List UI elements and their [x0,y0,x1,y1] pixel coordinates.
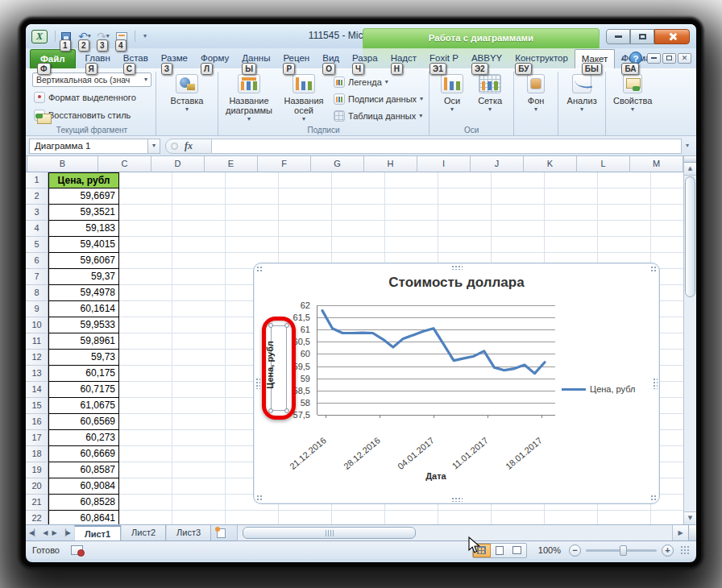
table-cell[interactable]: 60,8641 [48,511,119,524]
tab-конструктор[interactable]: КонструкторБУ [508,49,575,68]
chart-handle-ne[interactable] [650,266,657,272]
zoom-slider-handle[interactable] [620,545,627,556]
fx-icon[interactable]: fx [185,141,193,151]
row-header-8[interactable]: 8 [26,285,48,301]
sheet-tab-лист1[interactable]: Лист1 [74,525,121,540]
scroll-track[interactable] [416,525,672,540]
chart-handle-bottom[interactable] [451,497,463,502]
data-table-button[interactable]: Таблица данных ▾ [332,108,425,123]
row-header-15[interactable]: 15 [26,398,48,414]
tab-split-handle[interactable] [688,525,696,540]
tab-форму[interactable]: ФормуЛ [194,49,235,68]
column-header-E[interactable]: E [205,156,258,172]
row-header-17[interactable]: 17 [26,430,48,446]
table-cell[interactable]: 61,0675 [48,398,119,414]
row-header-6[interactable]: 6 [26,253,48,269]
redo-button[interactable]: ↷▾3 [95,29,111,43]
row-header-3[interactable]: 3 [26,205,48,221]
legend-button[interactable]: Легенда ▾ [332,74,425,89]
column-header-H[interactable]: H [364,156,417,172]
chart-handle-sw[interactable] [256,495,263,501]
tab-вид[interactable]: ВидО [316,49,346,68]
tab-рецен[interactable]: РеценР [276,49,316,68]
row-header-16[interactable]: 16 [26,414,48,430]
row-header-4[interactable]: 4 [26,221,48,237]
row-header-13[interactable]: 13 [26,366,48,382]
y-axis-title-selection[interactable]: Цена, рубл [262,317,296,420]
selection-handle[interactable] [268,408,273,413]
column-header-F[interactable]: F [258,156,311,172]
minimize-button[interactable] [606,29,630,44]
last-sheet-icon[interactable]: ▕▶ [61,530,71,536]
data-labels-button[interactable]: Подписи данных ▾ [332,91,425,106]
zoom-level[interactable]: 100% [538,545,561,555]
chart-handle-top[interactable] [451,265,463,270]
table-cell[interactable]: 60,8587 [48,462,119,478]
scroll-track[interactable] [684,298,696,511]
formula-input[interactable] [212,139,682,154]
background-button[interactable]: Фон ▾ [518,72,554,114]
table-cell[interactable]: 60,6569 [48,414,119,430]
row-header-5[interactable]: 5 [26,237,48,253]
row-header-18[interactable]: 18 [26,446,48,462]
horizontal-scroll-thumb[interactable] [243,527,416,539]
tab-надст[interactable]: НадстН [384,49,423,68]
next-sheet-icon[interactable]: ▶ [52,530,56,536]
table-cell[interactable]: 59,3521 [48,205,119,221]
column-header-G[interactable]: G [311,156,364,172]
name-box[interactable]: Диаграмма 1 [29,139,148,154]
tab-разме[interactable]: РазмеЗ [155,49,194,68]
tab-встав[interactable]: ВставС [117,49,155,68]
page-break-view-button[interactable] [508,544,526,557]
reset-style-button[interactable]: Восстановить стиль [32,107,151,122]
scroll-down-icon[interactable]: ▼ [684,511,696,524]
cell-b1-header[interactable]: Цена, рубл [48,172,119,188]
prev-sheet-icon[interactable]: ◀ [43,530,48,536]
tab-данны[interactable]: ДанныЫ [235,49,276,68]
column-header-C[interactable]: C [98,156,151,172]
y-axis-title[interactable]: Цена, рубл [262,323,278,407]
row-header-12[interactable]: 12 [26,350,48,366]
workbook-restore-button[interactable] [662,53,676,64]
column-header-J[interactable]: J [471,156,524,172]
selection-handle[interactable] [284,408,289,413]
scroll-right-icon[interactable]: ▶ [672,525,688,540]
column-header-M[interactable]: M [630,156,683,172]
column-header-B[interactable]: B [27,156,98,172]
workbook-minimize-button[interactable] [647,53,661,64]
properties-quick-button[interactable]: 4 [114,29,130,43]
table-cell[interactable]: 60,9084 [48,478,119,495]
column-header-K[interactable]: K [524,156,577,172]
insert-worksheet-button[interactable] [211,525,230,540]
row-header-14[interactable]: 14 [26,382,48,398]
table-cell[interactable]: 59,4015 [48,237,119,253]
tab-макет[interactable]: МакетБЫ [575,49,616,68]
chart-title-button[interactable]: Название диаграммы ▾ [222,72,276,124]
table-cell[interactable]: 60,1614 [48,301,119,317]
analysis-button[interactable]: Анализ ▾ [562,72,601,114]
table-cell[interactable]: 59,6067 [48,253,119,269]
tab-главн[interactable]: ГлавнЯ [79,49,117,68]
table-cell[interactable]: 59,6697 [48,188,119,205]
tab-abbyy[interactable]: ABBYYЭ2 [465,49,508,68]
undo-button[interactable]: ↶▾2 [77,29,93,43]
chart-object[interactable]: Стоимость доллара 6261,56160,56059,55958… [253,263,660,504]
row-header-7[interactable]: 7 [26,269,48,285]
row-header-21[interactable]: 21 [26,495,48,511]
row-header-22[interactable]: 22 [26,511,48,524]
axis-titles-button[interactable]: Названия осей ▾ [277,72,330,124]
tab-foxit p[interactable]: Foxit PЭ1 [423,49,465,68]
row-header-10[interactable]: 10 [26,317,48,333]
window-resize-grip[interactable] [680,545,690,555]
selection-handle[interactable] [284,323,289,328]
chart-handle-se[interactable] [650,495,657,501]
axes-button[interactable]: Оси ▾ [434,72,471,124]
expand-formula-bar-icon[interactable]: ▾ [682,143,693,149]
table-cell[interactable]: 59,183 [48,221,119,237]
row-header-11[interactable]: 11 [26,333,48,350]
row-header-9[interactable]: 9 [26,301,48,317]
scroll-up-icon[interactable]: ▲ [684,163,696,176]
sheet-tab-лист2[interactable]: Лист2 [121,525,166,540]
chart-title[interactable]: Стоимость доллара [254,275,659,291]
tab-файл[interactable]: ФайлФ [30,49,76,68]
